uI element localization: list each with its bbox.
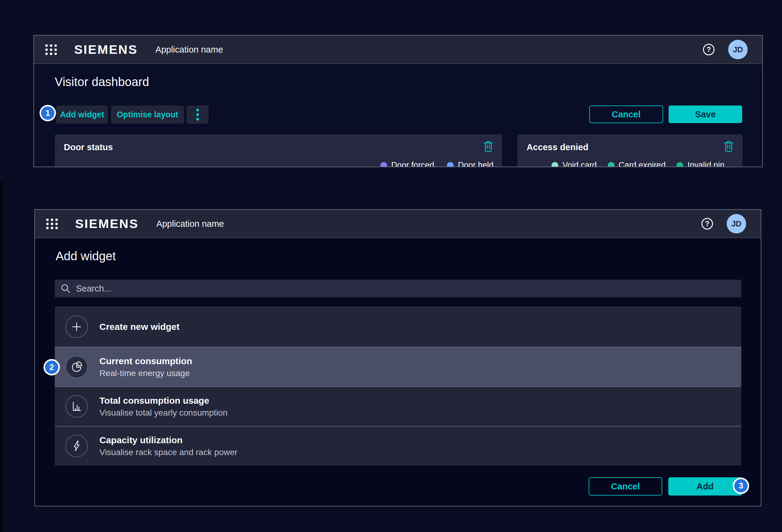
search-icon [61, 284, 71, 293]
list-item-total-consumption-usage[interactable]: Total consumption usage Visualise total … [55, 386, 741, 426]
legend-dot [447, 162, 454, 168]
legend-dot [552, 162, 558, 168]
widget-title: Access denied [527, 142, 588, 152]
overflow-menu-button[interactable] [187, 105, 209, 124]
app-header: SIEMENS Application name ? JD [34, 36, 762, 64]
widget-title: Door status [64, 142, 113, 152]
trash-icon [724, 140, 734, 153]
step-badge-1: 1 [39, 105, 56, 121]
list-item-title: Capacity utilization [99, 435, 238, 446]
figure-edge-strip [0, 182, 3, 532]
legend-item: Door held [447, 161, 494, 167]
save-button[interactable]: Save [669, 105, 742, 123]
page-title: Visitor dashboard [55, 75, 149, 89]
widget-card-door-status: Door status Door forced Door held [55, 134, 502, 167]
app-launcher-grid-icon[interactable] [45, 44, 57, 55]
legend-item: Invalid pin [676, 161, 724, 167]
app-name: Application name [155, 45, 223, 55]
dialog-title: Add widget [56, 249, 116, 263]
plus-icon [72, 322, 81, 331]
cancel-button[interactable]: Cancel [589, 477, 662, 496]
optimise-layout-button[interactable]: Optimise layout [111, 105, 184, 124]
legend-dot [608, 162, 614, 168]
legend-label: Door forced [391, 161, 434, 167]
user-avatar[interactable]: JD [727, 214, 746, 234]
step-badge-2: 2 [43, 359, 60, 376]
lightning-icon [71, 440, 82, 452]
delete-widget-button[interactable] [483, 140, 494, 153]
help-button[interactable]: ? [702, 218, 713, 229]
access-denied-legend: Void card Card expired Invalid pin [552, 161, 724, 167]
avatar-initials: JD [733, 45, 743, 55]
app-launcher-grid-icon[interactable] [46, 218, 58, 229]
legend-dot [676, 162, 683, 168]
avatar-initials: JD [731, 219, 741, 228]
list-item-create-new-widget[interactable]: Create new widget [55, 307, 741, 347]
question-mark-icon: ? [707, 46, 711, 54]
visitor-dashboard-screen: SIEMENS Application name ? JD Visitor da… [33, 35, 763, 167]
legend-item: Door forced [380, 161, 434, 167]
list-item-title: Current consumption [99, 356, 192, 366]
add-button[interactable]: Add [668, 477, 742, 496]
legend-label: Void card [563, 161, 597, 167]
search-bar [55, 280, 741, 297]
widget-card-access-denied: Access denied Void card Card expired Inv… [518, 134, 743, 167]
siemens-logo: SIEMENS [75, 217, 139, 231]
legend-item: Card expired [608, 161, 666, 167]
legend-item: Void card [552, 161, 597, 167]
cancel-button[interactable]: Cancel [589, 105, 663, 123]
list-item-title: Total consumption usage [99, 395, 227, 406]
help-button[interactable]: ? [703, 44, 714, 55]
list-item-subtitle: Visualise rack space and rack power [99, 448, 238, 457]
widget-type-list: Create new widget Current consumption Re… [55, 307, 741, 465]
search-input[interactable] [76, 284, 735, 294]
list-item-subtitle: Real-time energy usage [99, 368, 192, 378]
app-name: Application name [156, 219, 224, 229]
user-avatar[interactable]: JD [728, 40, 748, 59]
add-widget-screen: SIEMENS Application name ? JD Add widget… [34, 209, 761, 506]
list-item-title: Create new widget [99, 322, 179, 332]
legend-label: Card expired [619, 161, 666, 167]
legend-label: Invalid pin [687, 161, 724, 167]
question-mark-icon: ? [705, 220, 709, 228]
legend-dot [380, 162, 387, 168]
list-item-capacity-utilization[interactable]: Capacity utilization Visualise rack spac… [55, 426, 741, 465]
siemens-logo: SIEMENS [74, 43, 138, 57]
bar-chart-icon [71, 401, 82, 412]
delete-widget-button[interactable] [724, 140, 735, 153]
list-item-current-consumption[interactable]: Current consumption Real-time energy usa… [55, 347, 741, 386]
app-header: SIEMENS Application name ? JD [35, 210, 761, 238]
add-widget-button[interactable]: Add widget [56, 105, 108, 124]
pie-chart-icon [71, 361, 82, 373]
trash-icon [483, 140, 494, 153]
legend-label: Door held [458, 161, 494, 167]
kebab-icon [196, 108, 199, 121]
step-badge-3: 3 [733, 477, 749, 494]
door-status-legend: Door forced Door held [380, 161, 494, 167]
list-item-subtitle: Visualise total yearly consumption [99, 408, 227, 418]
